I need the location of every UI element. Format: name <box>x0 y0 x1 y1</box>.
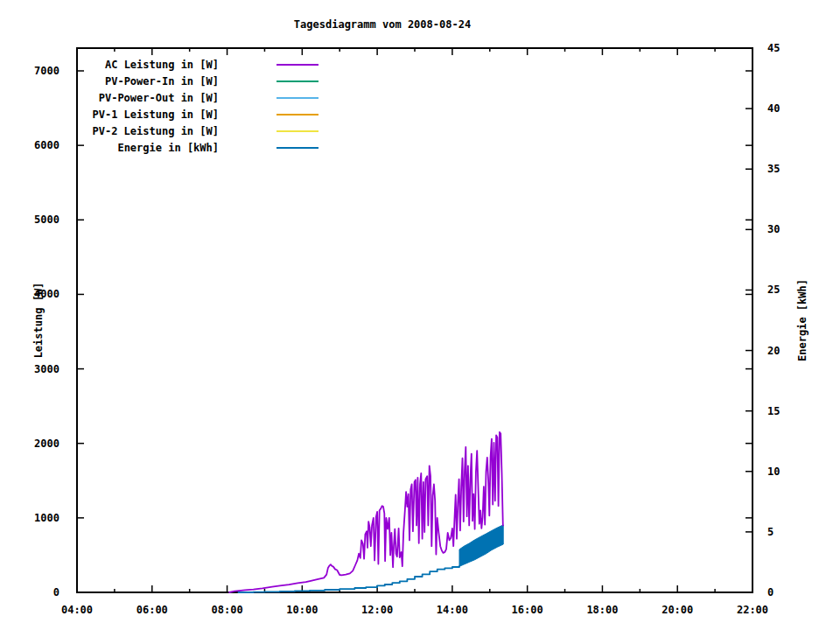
legend-item: PV-2 Leistung in [W] <box>79 122 318 139</box>
y-left-tick-label: 7000 <box>34 65 60 77</box>
y-right-tick-label: 45 <box>767 42 780 54</box>
x-tick-label: 04:00 <box>61 604 93 616</box>
y-right-tick-label: 5 <box>767 526 774 538</box>
y-axis-label-right: Energie [kWh] <box>796 279 808 361</box>
y-left-tick-label: 2000 <box>34 438 60 450</box>
x-tick-label: 14:00 <box>437 604 468 616</box>
y-right-tick-label: 0 <box>767 586 774 598</box>
x-tick-label: 12:00 <box>361 604 393 616</box>
energy-anomaly-band <box>459 525 503 566</box>
x-tick-label: 18:00 <box>586 604 618 616</box>
x-tick-label: 16:00 <box>512 604 543 616</box>
y-right-tick-label: 35 <box>767 163 780 175</box>
y-right-tick-label: 15 <box>767 405 780 417</box>
legend-item: Energie in [kWh] <box>79 139 318 156</box>
chart-title: Tagesdiagramm vom 2008-08-24 <box>294 18 471 31</box>
y-left-tick-label: 6000 <box>34 139 60 151</box>
legend-line-sample <box>276 130 318 132</box>
legend-item: PV-1 Leistung in [W] <box>79 106 318 122</box>
series-energie-in-kwh- <box>238 566 459 592</box>
x-tick-label: 06:00 <box>136 604 168 616</box>
y-left-tick-label: 3000 <box>34 363 60 375</box>
series-ac-leistung-in-w- <box>229 432 503 592</box>
x-tick-label: 22:00 <box>737 604 768 616</box>
legend-label: AC Leistung in [W] <box>79 59 219 71</box>
x-tick-label: 08:00 <box>211 604 242 616</box>
legend-label: PV-2 Leistung in [W] <box>79 125 219 137</box>
legend-label: PV-Power-In in [W] <box>79 75 219 88</box>
legend-label: Energie in [kWh] <box>79 142 219 154</box>
legend-label: PV-Power-Out in [W] <box>79 92 219 104</box>
legend-line-sample <box>276 97 318 99</box>
x-tick-label: 20:00 <box>662 604 693 616</box>
chart-canvas: Tagesdiagramm vom 2008-08-24 Leistung [W… <box>0 0 840 630</box>
y-right-tick-label: 20 <box>767 345 780 357</box>
y-axis-label-left: Leistung [W] <box>32 283 45 359</box>
y-right-tick-label: 30 <box>767 223 780 235</box>
legend-item: PV-Power-Out in [W] <box>79 89 318 106</box>
y-left-tick-label: 1000 <box>34 512 60 524</box>
y-left-tick-label: 0 <box>53 586 60 598</box>
legend: AC Leistung in [W]PV-Power-In in [W]PV-P… <box>79 56 318 156</box>
x-tick-label: 10:00 <box>286 604 318 616</box>
legend-line-sample <box>276 147 318 149</box>
y-right-tick-label: 40 <box>767 102 780 115</box>
y-right-tick-label: 25 <box>767 284 780 296</box>
y-right-tick-label: 10 <box>767 466 780 478</box>
legend-item: AC Leistung in [W] <box>79 56 318 73</box>
legend-line-sample <box>276 80 318 82</box>
legend-line-sample <box>276 64 318 66</box>
legend-line-sample <box>276 114 318 116</box>
legend-item: PV-Power-In in [W] <box>79 73 318 89</box>
legend-label: PV-1 Leistung in [W] <box>79 108 219 121</box>
y-left-tick-label: 5000 <box>34 214 60 226</box>
